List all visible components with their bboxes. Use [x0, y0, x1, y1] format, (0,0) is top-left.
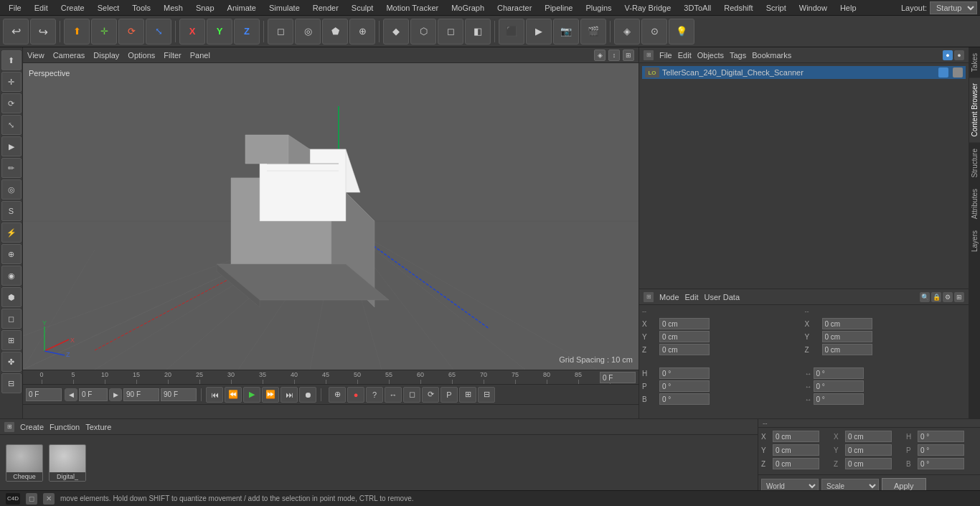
sidebar-ik[interactable]: ✤ [1, 352, 22, 372]
coord-z-size[interactable] [845, 458, 892, 469]
menu-window[interactable]: Window [793, 2, 833, 14]
attr-icon1[interactable]: 🔍 [920, 292, 930, 302]
cube-tool[interactable]: ◻ [268, 19, 293, 44]
sidebar-rotate[interactable]: ⟳ [1, 93, 22, 113]
sphere-tool[interactable]: ◎ [295, 19, 321, 44]
viewport-top[interactable]: ⬡ [410, 19, 436, 44]
menu-create[interactable]: Create [55, 2, 90, 14]
undo-button[interactable]: ↩ [3, 19, 29, 44]
sidebar-soft-sel[interactable]: ◎ [1, 179, 22, 200]
vtab-content[interactable]: Content Browser [969, 78, 980, 142]
sidebar-select[interactable]: ⬆ [1, 50, 22, 70]
menu-animate[interactable]: Animate [222, 2, 262, 14]
viewport-ctrl-3[interactable]: ⊞ [623, 50, 634, 61]
om-menu-file[interactable]: File [659, 51, 672, 60]
sidebar-paint[interactable]: ✏ [1, 158, 22, 178]
sidebar-edge[interactable]: ⬢ [1, 287, 22, 307]
mat-menu-create[interactable]: Create [20, 423, 44, 431]
scale-key[interactable]: ⟳ [422, 387, 439, 403]
move-tool[interactable]: ✛ [91, 19, 117, 44]
coord-z-pos[interactable] [773, 458, 819, 469]
render-settings[interactable]: 📷 [553, 19, 579, 44]
menu-plugins[interactable]: Plugins [580, 2, 617, 14]
menu-simulate[interactable]: Simulate [263, 2, 306, 14]
vtab-layers[interactable]: Layers [969, 225, 980, 258]
vtab-structure[interactable]: Structure [969, 143, 980, 184]
viewport-menu-options[interactable]: Options [128, 51, 155, 60]
om-menu-edit[interactable]: Edit [678, 51, 692, 60]
menu-script[interactable]: Script [760, 2, 792, 14]
frame-prev-btn[interactable]: ◀ [65, 388, 77, 401]
attr-y-pos[interactable] [659, 331, 710, 342]
object-row-scanner[interactable]: LO TellerScan_240_Digital_Check_Scanner [642, 66, 966, 79]
go-to-end-btn[interactable]: ⏭ [281, 387, 298, 403]
mat-menu-function[interactable]: Function [50, 423, 80, 431]
viewport-ctrl-2[interactable]: ↕ [608, 50, 620, 61]
autokey-btn[interactable]: ⊕ [329, 387, 346, 403]
mat-menu-texture[interactable]: Texture [85, 423, 111, 431]
material-swatch-cheque[interactable]: Cheque [6, 444, 43, 482]
menu-motion-tracker[interactable]: Motion Tracker [380, 2, 444, 14]
redo-button[interactable]: ↩ [30, 19, 56, 44]
attr-b-rot[interactable] [659, 393, 710, 405]
sidebar-knife[interactable]: ⚡ [1, 222, 22, 243]
start-frame-field[interactable] [26, 388, 62, 401]
status-icon-window[interactable]: ◻ [26, 493, 37, 505]
visibility-dot1[interactable] [938, 67, 948, 78]
coord-y-pos[interactable] [773, 444, 819, 456]
attr-py2[interactable] [814, 380, 864, 392]
status-icon-close[interactable]: ✕ [43, 493, 55, 505]
attr-icon2[interactable]: 🔒 [931, 292, 941, 302]
render-region[interactable]: ⬛ [499, 19, 524, 44]
menu-edit[interactable]: Edit [29, 2, 54, 14]
param-key[interactable]: P [440, 387, 458, 403]
coord-x-size[interactable] [845, 431, 892, 442]
viewport-menu-view[interactable]: View [27, 51, 44, 60]
scale-tool[interactable]: ⤡ [146, 19, 171, 44]
menu-snap[interactable]: Snap [190, 2, 220, 14]
viewport-shading[interactable]: ◈ [614, 19, 640, 44]
viewport-front[interactable]: ◻ [438, 19, 463, 44]
axis-z[interactable]: Z [234, 19, 260, 44]
texture-display[interactable]: ⊙ [641, 19, 667, 44]
menu-tools[interactable]: Tools [126, 2, 156, 14]
menu-file[interactable]: File [3, 2, 27, 14]
viewport-right[interactable]: ◧ [465, 19, 491, 44]
attr-pz2[interactable] [814, 393, 864, 405]
motion-help-btn[interactable]: ? [366, 387, 383, 403]
attr-x-size[interactable] [822, 318, 872, 329]
attr-menu-edit[interactable]: Edit [685, 293, 699, 301]
cylinder-tool[interactable]: ⬟ [322, 19, 348, 44]
record-active-btn[interactable]: ● [347, 387, 364, 403]
end-frame-field2[interactable] [161, 388, 197, 401]
sidebar-poly[interactable]: ◻ [1, 309, 22, 329]
sidebar-uv[interactable]: ⊞ [1, 330, 22, 350]
coord-x-pos[interactable] [773, 431, 819, 442]
menu-render[interactable]: Render [307, 2, 344, 14]
attr-icon3[interactable]: ⚙ [943, 292, 953, 302]
sidebar-points[interactable]: ◉ [1, 266, 22, 286]
layout-dropdown[interactable]: Startup [930, 1, 977, 14]
menu-redshift[interactable]: Redshift [718, 2, 758, 14]
coord-h-rot[interactable] [918, 431, 964, 442]
sidebar-render[interactable]: ▶ [1, 136, 22, 156]
rotate-key[interactable]: ◻ [403, 387, 420, 403]
viewport-menu-panel[interactable]: Panel [190, 51, 210, 60]
menu-sculpt[interactable]: Sculpt [346, 2, 380, 14]
attr-icon4[interactable]: ⊞ [954, 292, 964, 302]
attr-x-pos[interactable] [659, 318, 710, 329]
frame-next-btn[interactable]: ▶ [109, 388, 122, 401]
attr-menu-userdata[interactable]: User Data [705, 293, 740, 301]
menu-pipeline[interactable]: Pipeline [539, 2, 578, 14]
attr-y-size[interactable] [822, 331, 872, 342]
render-queue[interactable]: 🎬 [580, 19, 606, 44]
vtab-attributes[interactable]: Attributes [969, 183, 980, 225]
move-key[interactable]: ↔ [385, 387, 402, 403]
sidebar-extra[interactable]: ⊟ [1, 373, 22, 393]
menu-help[interactable]: Help [834, 2, 862, 14]
axis-x[interactable]: X [179, 19, 205, 44]
sidebar-move[interactable]: ✛ [1, 72, 22, 92]
viewport-menu-filter[interactable]: Filter [164, 51, 181, 60]
frame-display[interactable] [600, 372, 636, 383]
attr-p-rot[interactable] [659, 380, 710, 392]
